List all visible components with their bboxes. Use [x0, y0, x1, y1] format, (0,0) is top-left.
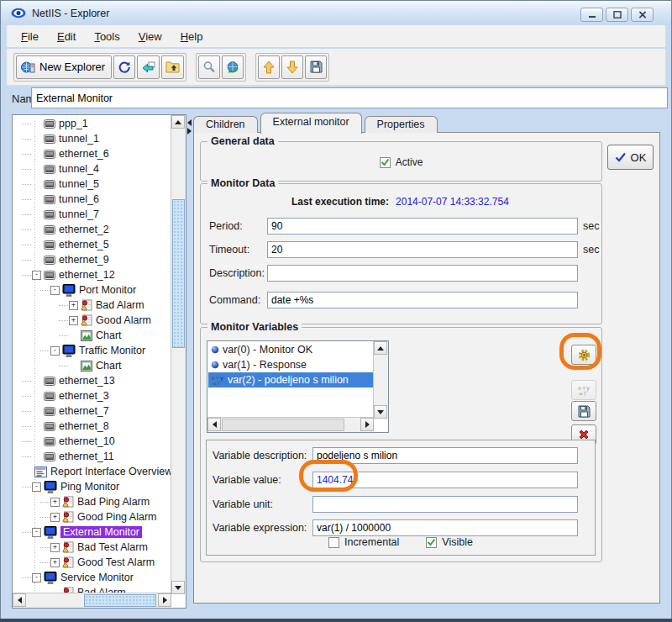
tree-item-ethernet-8[interactable]: ethernet_8 [13, 419, 171, 434]
scroll-up-button[interactable] [171, 115, 185, 129]
back-arrow-button[interactable] [137, 55, 160, 79]
variable-unit-input[interactable] [312, 496, 578, 513]
tree-item-bad-ping-alarm[interactable]: +Bad Ping Alarm [13, 494, 171, 509]
collapse-toggle-icon[interactable]: - [50, 346, 60, 356]
tree-item-ethernet-3[interactable]: ethernet_3 [13, 388, 171, 403]
scroll-right-button[interactable] [360, 418, 374, 431]
variable-list-item-var-2[interactable]: x+y=?var(2) - podeljeno s milion [208, 372, 374, 387]
expand-toggle-icon[interactable]: + [50, 513, 60, 522]
expand-toggle-icon[interactable]: + [50, 558, 60, 567]
refresh-icon [118, 61, 131, 74]
refresh-button[interactable] [113, 55, 135, 79]
name-input[interactable] [31, 87, 668, 108]
tree-item-bad-alarm[interactable]: +Bad Alarm [13, 298, 171, 313]
tree-item-good-alarm[interactable]: +Good Alarm [13, 313, 171, 328]
tree-item-tunnel-4[interactable]: tunnel_4 [13, 161, 171, 177]
collapse-toggle-icon[interactable]: - [32, 528, 41, 537]
horizontal-scroll-thumb[interactable] [84, 594, 156, 607]
tree-item-ethernet-6[interactable]: ethernet_6 [13, 146, 171, 161]
command-input[interactable] [267, 292, 578, 308]
menu-edit[interactable]: Edit [48, 28, 85, 45]
tree-item-tunnel-1[interactable]: tunnel_1 [13, 131, 171, 146]
tree-item-chart[interactable]: Chart [13, 358, 171, 373]
tree-item-ethernet-12[interactable]: -ethernet_12 [13, 267, 171, 282]
globe-refresh-button[interactable] [222, 55, 244, 79]
active-checkbox[interactable] [380, 157, 391, 168]
menu-help[interactable]: Help [171, 28, 213, 45]
tree-item-ppp-1[interactable]: ppp_1 [13, 116, 171, 131]
scroll-down-button[interactable] [374, 405, 387, 419]
tree-item-external-monitor[interactable]: -External Monitor [13, 524, 171, 540]
tree-item-traffic-monitor[interactable]: -Traffic Monitor [13, 343, 171, 358]
tree-item-label: ethernet_7 [59, 405, 109, 417]
tab-external-monitor[interactable]: External monitor [260, 113, 362, 134]
tree-item-good-test-alarm[interactable]: +Good Test Alarm [13, 555, 171, 570]
tree-item-ethernet-11[interactable]: ethernet_11 [13, 449, 171, 464]
scroll-up-button[interactable] [374, 341, 387, 355]
tree-item-ethernet-2[interactable]: ethernet_2 [13, 222, 171, 237]
tab-children[interactable]: Children [193, 116, 258, 133]
tree-horizontal-scrollbar[interactable] [13, 593, 171, 608]
variable-list-item-var-1[interactable]: var(1) - Response [208, 357, 374, 372]
toolbar: New Explorer [7, 49, 665, 86]
expand-toggle-icon[interactable]: + [50, 543, 60, 552]
description-input[interactable] [267, 265, 578, 282]
maximize-button[interactable] [606, 8, 628, 22]
collapse-toggle-icon[interactable]: - [32, 271, 41, 280]
folder-up-button[interactable] [161, 55, 184, 79]
arrow-down-button[interactable] [281, 55, 303, 79]
arrow-up-button[interactable] [258, 55, 280, 79]
scroll-down-button[interactable] [171, 581, 185, 594]
tree-item-port-monitor[interactable]: -Port Monitor [13, 282, 171, 298]
horizontal-scroll-thumb[interactable] [222, 419, 344, 431]
tree-item-ethernet-13[interactable]: ethernet_13 [13, 373, 171, 388]
scroll-left-button[interactable] [13, 593, 26, 607]
expand-toggle-icon[interactable]: + [50, 498, 60, 507]
collapse-toggle-icon[interactable]: - [50, 286, 60, 295]
variable-description-input[interactable] [312, 447, 578, 464]
tree-item-good-ping-alarm[interactable]: +Good Ping Alarm [13, 509, 171, 524]
search-button[interactable] [198, 55, 220, 79]
period-input[interactable] [267, 218, 578, 235]
scroll-left-button[interactable] [207, 418, 221, 431]
save-button[interactable] [305, 55, 327, 79]
tree-item-chart[interactable]: Chart [13, 328, 171, 343]
save-variable-button[interactable] [571, 401, 596, 421]
minimize-button[interactable] [580, 8, 603, 22]
tree-item-ethernet-5[interactable]: ethernet_5 [13, 237, 171, 252]
variable-expression-input[interactable] [312, 519, 578, 536]
expand-toggle-icon[interactable]: + [69, 301, 78, 310]
menu-file[interactable]: File [12, 28, 48, 45]
tree-item-ethernet-10[interactable]: ethernet_10 [13, 434, 171, 449]
close-button[interactable] [631, 8, 654, 22]
collapse-toggle-icon[interactable]: - [32, 482, 41, 492]
tree-item-report-interface-overview[interactable]: Report Interface Overview [13, 464, 171, 479]
tree-item-ping-monitor[interactable]: -Ping Monitor [13, 479, 171, 494]
list-horizontal-scrollbar[interactable] [207, 417, 374, 432]
variable-list-item-var-0[interactable]: var(0) - Monitor OK [208, 342, 374, 357]
menu-bar: FileEditToolsViewHelp [7, 25, 665, 48]
vertical-scroll-thumb[interactable] [172, 199, 185, 348]
expand-toggle-icon[interactable]: + [69, 316, 78, 325]
timeout-input[interactable] [267, 241, 578, 258]
collapse-toggle-icon[interactable]: - [32, 573, 41, 582]
variable-value-input[interactable] [312, 472, 578, 488]
list-vertical-scrollbar[interactable] [373, 341, 388, 419]
new-explorer-button[interactable]: New Explorer [16, 55, 112, 79]
tree-item-ethernet-9[interactable]: ethernet_9 [13, 252, 171, 267]
tree-item-tunnel-6[interactable]: tunnel_6 [13, 192, 171, 207]
incremental-checkbox[interactable] [328, 537, 339, 548]
tree-item-bad-test-alarm[interactable]: +Bad Test Alarm [13, 540, 171, 555]
tree-item-tunnel-5[interactable]: tunnel_5 [13, 177, 171, 192]
compute-gear-button[interactable] [571, 345, 596, 365]
visible-checkbox[interactable] [426, 537, 437, 548]
tree-item-ethernet-7[interactable]: ethernet_7 [13, 403, 171, 419]
tree-vertical-scrollbar[interactable] [171, 115, 186, 594]
menu-tools[interactable]: Tools [85, 28, 129, 45]
menu-view[interactable]: View [129, 28, 171, 45]
tree-item-service-monitor[interactable]: -Service Monitor [13, 570, 171, 585]
tree-item-tunnel-7[interactable]: tunnel_7 [13, 207, 171, 222]
tab-properties[interactable]: Properties [365, 116, 438, 133]
scroll-right-button[interactable] [158, 593, 171, 607]
ok-button[interactable]: OK [607, 145, 654, 170]
